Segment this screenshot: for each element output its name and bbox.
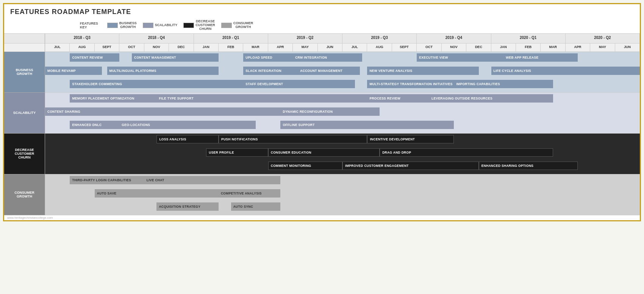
month-apr-2: APR xyxy=(566,44,590,51)
legend-swatch-churn xyxy=(183,23,194,28)
month-jul-1: JUL xyxy=(45,44,70,51)
month-dec-2: DEC xyxy=(466,44,491,51)
grid-main: 2018 - Q3 2018 - Q4 2019 - Q1 2019 - Q2 … xyxy=(45,34,640,215)
section-consumer-growth: THIRD-PARTY LOGIN CAPABILITIES LIVE CHAT… xyxy=(45,174,640,215)
task-crm-integration: CRM INTEGRATION xyxy=(293,53,362,62)
task-dynamic-reconfig: DYNAMIC RECONFIGURATION xyxy=(280,107,380,116)
q-2018-q4: 2018 - Q4 xyxy=(119,34,194,43)
task-auto-save: AUTO SAVE xyxy=(95,189,219,198)
month-sept-1: SEPT xyxy=(95,44,119,51)
section-business-growth: CONTENT REVIEW CONTENT MANAGEMENT UPLOAD… xyxy=(45,52,640,93)
month-feb-2: FEB xyxy=(516,44,541,51)
q-2019-q4: 2019 - Q4 xyxy=(417,34,491,43)
legend-swatch-consumer xyxy=(221,23,232,28)
task-competitive-analysis: COMPETITIVE ANALYSIS xyxy=(219,189,281,198)
task-improved-customer-engagement: IMPROVED CUSTOMER ENGAGEMENT xyxy=(342,162,479,170)
task-user-profile: USER PROFILE xyxy=(206,148,268,157)
task-leveraging-outside: LEVERAGING OUTSIDE RESOURCES xyxy=(429,94,553,103)
task-content-management: CONTENT MANAGEMENT xyxy=(132,53,219,62)
month-apr-1: APR xyxy=(268,44,293,51)
task-importing-capabilities: IMPORTING CAPABILITIES xyxy=(454,80,553,88)
task-acquisition-strategy: ACQUISITION STRATEGY xyxy=(156,202,219,211)
month-aug-1: AUG xyxy=(70,44,94,51)
roadmap-container: FEATURES ROADMAP TEMPLATE FEATURESKEY BU… xyxy=(3,3,641,221)
task-mobile-revamp: MOBILE REVAMP xyxy=(45,67,102,75)
section-scalability: MEMORY PLACEMENT OPTIMIZATION FILE TYPE … xyxy=(45,93,640,134)
task-memory-placement: MEMORY PLACEMENT OPTIMIZATION xyxy=(70,94,156,103)
header-spacer-q xyxy=(4,34,45,44)
task-comment-monitoring: COMMENT MONITORING xyxy=(268,162,342,170)
legend-item-biz: BUSINESSGROWTH xyxy=(107,22,137,29)
legend-item-churn: DECREASECUSTOMERCHURN xyxy=(183,20,215,31)
legend-swatch-scale xyxy=(143,23,153,28)
watermark: www.heritagechristiancollege.com xyxy=(4,215,640,220)
roadmap-grid: BUSINESSGROWTH SCALABILITY DECREASECUSTO… xyxy=(4,33,640,215)
task-multi-strategy: MULTI-STRATEGY TRANSFORMATION INITIATIVE… xyxy=(367,80,454,88)
task-content-review: CONTENT REVIEW xyxy=(70,53,119,62)
month-may-1: MAY xyxy=(293,44,317,51)
legend-key-label: FEATURESKEY xyxy=(80,22,98,29)
label-decrease-churn: DECREASECUSTOMERCHURN xyxy=(4,134,45,174)
header-spacer-m xyxy=(4,44,45,52)
task-enhanced-sharing: ENHANCED SHARING OPTIONS xyxy=(479,162,578,170)
task-multilingual-platforms: MULTILINGUAL PLATFORMS xyxy=(107,67,219,75)
task-live-chat: LIVE CHAT xyxy=(144,176,281,184)
page-title: FEATURES ROADMAP TEMPLATE xyxy=(4,4,640,18)
month-nov-2: NOV xyxy=(442,44,466,51)
row-labels-column: BUSINESSGROWTH SCALABILITY DECREASECUSTO… xyxy=(4,34,45,215)
task-consumer-education: CONSUMER EDUCATION xyxy=(268,148,380,157)
task-push-notifications: PUSH NOTIFICATIONS xyxy=(219,135,367,143)
month-may-2: MAY xyxy=(590,44,615,51)
legend: FEATURESKEY BUSINESSGROWTH SCALABILITY D… xyxy=(4,18,640,33)
month-jan-1: JAN xyxy=(194,44,219,51)
task-process-review: PROCESS REVIEW xyxy=(367,94,429,103)
month-feb-1: FEB xyxy=(219,44,243,51)
month-jun-2: JUN xyxy=(615,44,640,51)
legend-label-biz: BUSINESSGROWTH xyxy=(119,22,137,29)
month-oct-1: OCT xyxy=(119,44,144,51)
month-dec-1: DEC xyxy=(169,44,194,51)
q-2019-q2: 2019 - Q2 xyxy=(268,34,342,43)
legend-label-consumer: CONSUMERGROWTH xyxy=(233,22,253,29)
month-sept-2: SEPT xyxy=(392,44,417,51)
legend-item-consumer: CONSUMERGROWTH xyxy=(221,22,253,29)
task-loss-analysis: LOSS ANALYSIS xyxy=(156,135,219,143)
label-consumer-growth: CONSUMERGROWTH xyxy=(4,174,45,215)
legend-item-scale: SCALABILITY xyxy=(143,23,178,28)
task-stakeholder-commenting: STAKEHOLDER COMMENTING xyxy=(70,80,243,88)
q-2018-q3: 2018 - Q3 xyxy=(45,34,119,43)
q-2019-q3: 2019 - Q3 xyxy=(342,34,417,43)
quarter-header-row: 2018 - Q3 2018 - Q4 2019 - Q1 2019 - Q2 … xyxy=(45,34,640,44)
month-aug-2: AUG xyxy=(367,44,392,51)
month-mar-1: MAR xyxy=(243,44,268,51)
task-upload-speed: UPLOAD SPEED xyxy=(243,53,293,62)
legend-swatch-biz xyxy=(107,23,118,28)
month-oct-2: OCT xyxy=(417,44,441,51)
section-decrease-churn: LOSS ANALYSIS PUSH NOTIFICATIONS INCENTI… xyxy=(45,134,640,174)
task-geo-locations: GEO-LOCATIONS xyxy=(119,121,256,129)
q-2020-q1: 2020 - Q1 xyxy=(491,34,566,43)
task-account-management: ACCOUNT MANAGEMENT xyxy=(298,67,360,75)
label-scalability: SCALABILITY xyxy=(4,93,45,134)
task-file-type-support: FILE TYPE SUPPORT xyxy=(156,94,367,103)
task-third-party-login: THIRD-PARTY LOGIN CAPABILITIES xyxy=(70,176,144,184)
task-offline-support: OFFLINE SUPPORT xyxy=(280,121,454,129)
month-mar-2: MAR xyxy=(541,44,565,51)
q-2020-q2: 2020 - Q2 xyxy=(566,34,640,43)
task-life-cycle-analysis: LIFE CYCLE ANALYSIS xyxy=(491,67,640,75)
task-auto-sync: AUTO SYNC xyxy=(231,202,281,211)
task-drag-and-drop: DRAG AND DROP xyxy=(380,148,553,157)
label-business-growth: BUSINESSGROWTH xyxy=(4,52,45,93)
legend-label-scale: SCALABILITY xyxy=(155,23,178,27)
task-staff-development: STAFF DEVELOPMENT xyxy=(243,80,355,88)
month-header-row: JUL AUG SEPT OCT NOV DEC JAN FEB MAR APR… xyxy=(45,44,640,52)
task-enhanced-dnlc: ENHANCED DNLC xyxy=(70,121,119,129)
task-incentive-development: INCENTIVE DEVELOPMENT xyxy=(367,135,454,143)
task-web-app-release: WEB APP RELEASE xyxy=(503,53,578,62)
month-jun-1: JUN xyxy=(318,44,342,51)
legend-label-churn: DECREASECUSTOMERCHURN xyxy=(195,20,215,31)
task-new-venture-analysis: NEW VENTURE ANALYSIS xyxy=(367,67,478,75)
month-jan-2: JAN xyxy=(491,44,516,51)
month-jul-2: JUL xyxy=(342,44,367,51)
task-content-sharing: CONTENT SHARING xyxy=(45,107,280,116)
